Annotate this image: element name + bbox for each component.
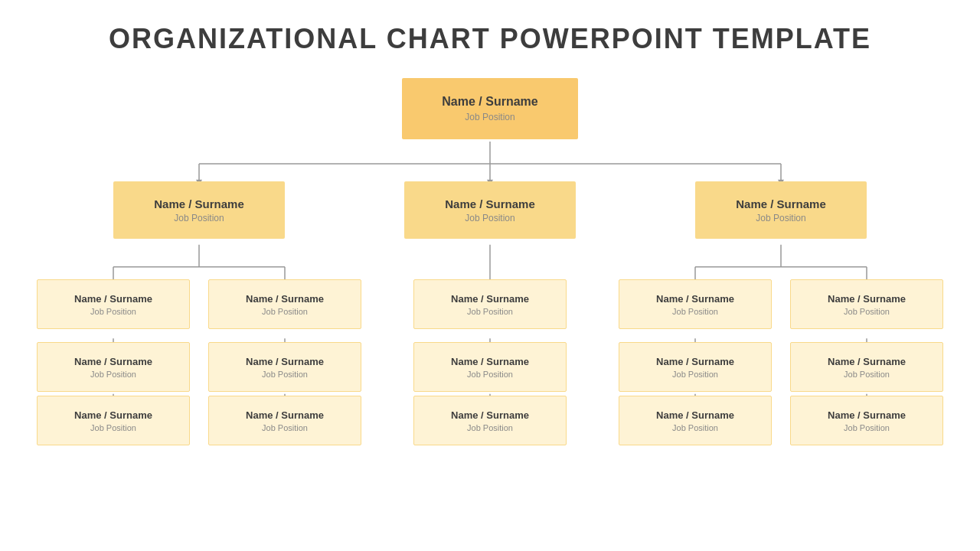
l2-center-name: Name / Surname [445,197,535,210]
l4-4-position: Job Position [672,370,718,379]
l4-5-name: Name / Surname [828,356,906,367]
l4-1-name: Name / Surname [74,356,152,367]
org-chart: Name / Surname Job Position Name / Surna… [31,78,949,507]
l5-card-2: Name / Surname Job Position [208,396,361,445]
l5-4-position: Job Position [672,423,718,432]
l5-2-name: Name / Surname [246,409,324,421]
l4-1-position: Job Position [90,370,136,379]
l2-left-name: Name / Surname [154,197,244,210]
l3-3-position: Job Position [467,307,513,316]
l3-card-3: Name / Surname Job Position [413,279,567,329]
l3-1-position: Job Position [90,307,136,316]
root-card: Name / Surname Job Position [402,78,578,139]
l3-2-name: Name / Surname [246,293,324,305]
l3-card-1: Name / Surname Job Position [37,279,190,329]
l4-card-2: Name / Surname Job Position [208,342,361,392]
l5-5-name: Name / Surname [828,409,906,421]
page-title: ORGANIZATIONAL CHART POWERPOINT TEMPLATE [31,23,949,55]
l4-2-position: Job Position [262,370,308,379]
l3-3-name: Name / Surname [451,293,529,305]
l3-card-5: Name / Surname Job Position [790,279,943,329]
l4-card-5: Name / Surname Job Position [790,342,943,392]
l5-1-position: Job Position [90,423,136,432]
l4-5-position: Job Position [844,370,890,379]
l5-card-4: Name / Surname Job Position [619,396,772,445]
l4-2-name: Name / Surname [246,356,324,367]
l2-card-right: Name / Surname Job Position [695,181,867,239]
l2-card-left: Name / Surname Job Position [113,181,285,239]
l5-1-name: Name / Surname [74,409,152,421]
l5-card-1: Name / Surname Job Position [37,396,190,445]
l5-2-position: Job Position [262,423,308,432]
l4-4-name: Name / Surname [656,356,734,367]
l5-5-position: Job Position [844,423,890,432]
l4-card-1: Name / Surname Job Position [37,342,190,392]
l3-1-name: Name / Surname [74,293,152,305]
l5-3-name: Name / Surname [451,409,529,421]
l3-4-name: Name / Surname [656,293,734,305]
l3-5-name: Name / Surname [828,293,906,305]
l4-card-4: Name / Surname Job Position [619,342,772,392]
l5-3-position: Job Position [467,423,513,432]
l2-right-position: Job Position [756,213,805,223]
l4-3-name: Name / Surname [451,356,529,367]
l2-center-position: Job Position [465,213,514,223]
l3-card-4: Name / Surname Job Position [619,279,772,329]
root-position: Job Position [465,112,514,122]
l3-card-2: Name / Surname Job Position [208,279,361,329]
l3-2-position: Job Position [262,307,308,316]
l5-card-5: Name / Surname Job Position [790,396,943,445]
l2-card-center: Name / Surname Job Position [404,181,576,239]
l2-right-name: Name / Surname [736,197,826,210]
l5-4-name: Name / Surname [656,409,734,421]
l4-card-3: Name / Surname Job Position [413,342,567,392]
l2-left-position: Job Position [174,213,224,223]
l4-3-position: Job Position [467,370,513,379]
page: ORGANIZATIONAL CHART POWERPOINT TEMPLATE [0,0,980,551]
l3-5-position: Job Position [844,307,890,316]
l3-4-position: Job Position [672,307,718,316]
l5-card-3: Name / Surname Job Position [413,396,567,445]
root-name: Name / Surname [442,95,537,109]
